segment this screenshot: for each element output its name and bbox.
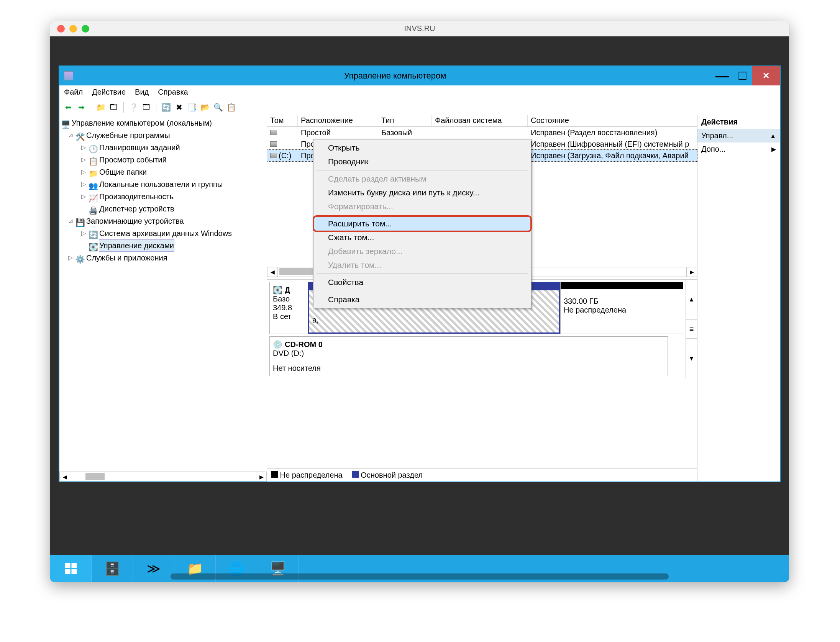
folder-shared-icon: 📁 <box>89 168 97 176</box>
toolbar: 📁 🗔 ❔ 🗔 🔄 ✖ 📑 📂 🔍 📋 <box>59 99 780 115</box>
action-item-more[interactable]: Допо...▶ <box>697 142 780 156</box>
col-filesystem[interactable]: Файловая система <box>432 115 528 126</box>
volume-icon <box>270 141 277 147</box>
tree-shared-folders[interactable]: ▷📁 Общие папки <box>61 166 267 178</box>
mac-titlebar: INVS.RU <box>50 21 789 36</box>
scroll-down-button[interactable]: ▼ <box>686 339 697 378</box>
volume-list-header[interactable]: Том Расположение Тип Файловая система Со… <box>267 115 697 127</box>
up-button[interactable]: 📁 <box>95 102 107 113</box>
nav-forward-button[interactable] <box>75 102 87 113</box>
taskbar-server-manager[interactable]: 🗄️ <box>92 555 133 582</box>
tree-storage[interactable]: ⊿💾 Запоминающие устройства <box>61 215 267 227</box>
ctx-extend-volume[interactable]: Расширить том... <box>314 217 530 231</box>
nav-back-button[interactable] <box>62 102 74 113</box>
svg-rect-3 <box>71 569 77 575</box>
context-menu: Открыть Проводник Сделать раздел активны… <box>313 139 532 308</box>
menubar: Файл Действие Вид Справка <box>59 85 780 99</box>
scroll-right-button[interactable]: ▶ <box>686 267 697 277</box>
col-status[interactable]: Состояние <box>528 115 697 126</box>
device-icon: 🖨️ <box>89 205 97 213</box>
col-volume[interactable]: Том <box>267 115 298 126</box>
tree-horizontal-scrollbar[interactable]: ◀ ▶ <box>59 472 267 482</box>
ctx-open[interactable]: Открыть <box>314 141 530 155</box>
event-icon: 📋 <box>89 156 97 164</box>
action-item-manage[interactable]: Управл...▲ <box>697 129 780 142</box>
help-button[interactable]: ❔ <box>128 102 139 113</box>
action-button-1[interactable]: 📑 <box>186 102 198 113</box>
ctx-help[interactable]: Справка <box>314 293 530 306</box>
scroll-right-button[interactable]: ▶ <box>256 472 267 482</box>
ctx-explorer[interactable]: Проводник <box>314 155 530 169</box>
legend: Не распределена Основной раздел <box>267 468 697 482</box>
navigation-tree-pane: 🖥️ Управление компьютером (локальным) ⊿🛠… <box>59 115 267 482</box>
window-title: Управление компьютером <box>78 71 712 81</box>
scroll-left-button[interactable]: ◀ <box>59 472 70 482</box>
partition-unallocated[interactable]: 330.00 ГБ Не распределена <box>560 282 683 334</box>
ctx-make-active: Сделать раздел активным <box>314 172 530 186</box>
show-hide-tree-button[interactable]: 🗔 <box>108 102 120 113</box>
volume-list-pane: Том Расположение Тип Файловая система Со… <box>267 115 697 482</box>
tree-task-scheduler[interactable]: ▷🕒 Планировщик заданий <box>61 141 267 154</box>
col-type[interactable]: Тип <box>378 115 432 126</box>
computer-icon: 🖥️ <box>61 119 69 127</box>
ctx-add-mirror: Добавить зеркало... <box>314 244 530 258</box>
maximize-button[interactable]: ☐ <box>732 66 752 85</box>
action-button-2[interactable]: 📂 <box>199 102 211 113</box>
minimize-button[interactable]: — <box>712 66 732 85</box>
disk-icon: 💽 <box>89 241 97 250</box>
ctx-shrink-volume[interactable]: Сжать том... <box>314 231 530 244</box>
actions-title: Действия <box>697 115 780 129</box>
window-titlebar[interactable]: Управление компьютером — ☐ ✕ <box>59 66 780 85</box>
scroll-track[interactable] <box>70 472 256 482</box>
tree-system-tools[interactable]: ⊿🛠️ Служебные программы <box>61 129 267 141</box>
backup-icon: 🔄 <box>89 229 97 237</box>
scroll-thumb[interactable] <box>85 473 105 480</box>
delete-button[interactable]: ✖ <box>173 102 185 113</box>
ctx-change-letter[interactable]: Изменить букву диска или путь к диску... <box>314 186 530 200</box>
scroll-left-button[interactable]: ◀ <box>267 267 278 277</box>
tree-windows-backup[interactable]: ▷🔄 Система архивации данных Windows <box>61 227 267 239</box>
cdrom-0-graphic[interactable]: 💿CD-ROM 0 DVD (D:) Нет носителя <box>269 336 668 376</box>
disk-vertical-scrollbar[interactable]: ▲ ≡ ▼ <box>686 280 697 378</box>
tree-disk-management[interactable]: 💽 Управление дисками <box>61 239 267 252</box>
legend-unallocated-swatch <box>271 471 278 478</box>
menu-view[interactable]: Вид <box>135 88 149 97</box>
computer-management-window: Управление компьютером — ☐ ✕ Файл Действ… <box>59 66 781 482</box>
mac-overlay-scrollbar[interactable] <box>171 573 669 580</box>
action-button-3[interactable]: 🔍 <box>212 102 224 113</box>
tree-root[interactable]: 🖥️ Управление компьютером (локальным) <box>61 117 267 129</box>
disk-icon: 💽 <box>273 285 282 295</box>
menu-help[interactable]: Справка <box>158 88 188 97</box>
action-button-4[interactable]: 📋 <box>225 102 237 113</box>
svg-rect-2 <box>65 569 71 575</box>
ctx-format: Форматировать... <box>314 200 530 213</box>
refresh-button[interactable]: 🔄 <box>160 102 172 113</box>
volume-icon <box>270 130 277 135</box>
tree-performance[interactable]: ▷📈 Производительность <box>61 190 267 203</box>
tree-device-manager[interactable]: 🖨️ Диспетчер устройств <box>61 203 267 215</box>
cdrom-icon: 💿 <box>273 340 282 349</box>
windows-logo-icon <box>64 562 78 575</box>
tools-icon: 🛠️ <box>75 131 84 139</box>
actions-pane: Действия Управл...▲ Допо...▶ <box>697 115 780 482</box>
performance-icon: 📈 <box>89 192 97 201</box>
ctx-delete-volume: Удалить том... <box>314 258 530 272</box>
taskbar-powershell[interactable]: ≫ <box>133 555 174 582</box>
start-button[interactable] <box>50 555 92 582</box>
ctx-properties[interactable]: Свойства <box>314 275 530 289</box>
volume-row[interactable]: Простой Базовый Исправен (Раздел восстан… <box>267 127 697 138</box>
tree-services[interactable]: ▷⚙️ Службы и приложения <box>61 252 267 264</box>
storage-icon: 💾 <box>75 217 84 225</box>
legend-primary-swatch <box>352 471 359 478</box>
scroll-grip-icon[interactable]: ≡ <box>686 319 697 339</box>
menu-action[interactable]: Действие <box>92 88 126 97</box>
scroll-up-button[interactable]: ▲ <box>686 280 697 319</box>
svg-rect-1 <box>71 563 77 568</box>
services-icon: ⚙️ <box>75 254 84 262</box>
tree-event-viewer[interactable]: ▷📋 Просмотр событий <box>61 154 267 166</box>
tree-local-users[interactable]: ▷👥 Локальные пользователи и группы <box>61 178 267 190</box>
properties-button[interactable]: 🗔 <box>141 102 152 113</box>
col-layout[interactable]: Расположение <box>298 115 378 126</box>
menu-file[interactable]: Файл <box>64 88 83 97</box>
close-button[interactable]: ✕ <box>752 66 780 85</box>
